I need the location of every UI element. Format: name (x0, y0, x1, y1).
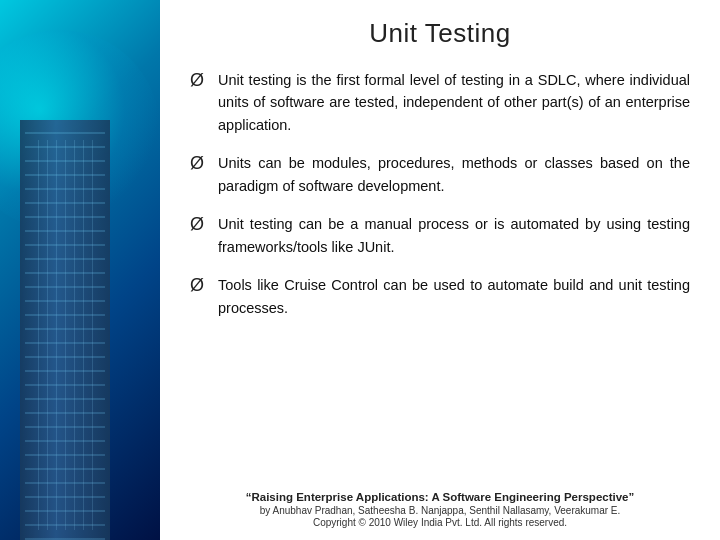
bullet-item-4: Ø Tools like Cruise Control can be used … (190, 274, 690, 319)
bullet-arrow-2: Ø (190, 153, 208, 174)
bullet-text-3: Unit testing can be a manual process or … (218, 213, 690, 258)
bullet-arrow-3: Ø (190, 214, 208, 235)
building-graphic (20, 120, 110, 540)
bullet-list: Ø Unit testing is the first formal level… (190, 65, 690, 481)
footer-sub-text: by Anubhav Pradhan, Satheesha B. Nanjapp… (190, 505, 690, 516)
bullet-text-4: Tools like Cruise Control can be used to… (218, 274, 690, 319)
bullet-item-2: Ø Units can be modules, procedures, meth… (190, 152, 690, 197)
bullet-item-3: Ø Unit testing can be a manual process o… (190, 213, 690, 258)
slide-title: Unit Testing (190, 0, 690, 65)
bullet-text-2: Units can be modules, procedures, method… (218, 152, 690, 197)
content-panel: Unit Testing Ø Unit testing is the first… (160, 0, 720, 540)
bullet-item-1: Ø Unit testing is the first formal level… (190, 69, 690, 136)
footer-main-text: “Raising Enterprise Applications: A Soft… (190, 491, 690, 503)
footer: “Raising Enterprise Applications: A Soft… (190, 481, 690, 540)
footer-copyright: Copyright © 2010 Wiley India Pvt. Ltd. A… (190, 517, 690, 528)
building-windows (30, 140, 100, 530)
bullet-arrow-1: Ø (190, 70, 208, 91)
bullet-text-1: Unit testing is the first formal level o… (218, 69, 690, 136)
decorative-panel (0, 0, 160, 540)
bullet-arrow-4: Ø (190, 275, 208, 296)
